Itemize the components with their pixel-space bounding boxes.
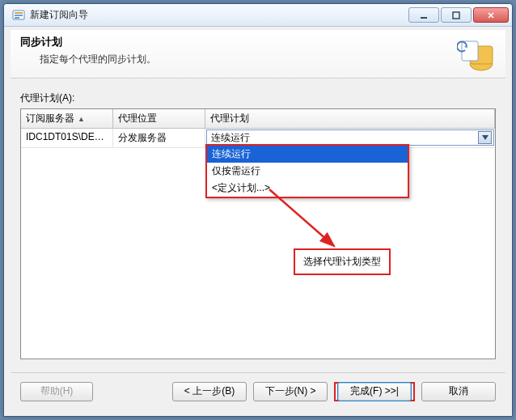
col-agent-location-label: 代理位置 <box>118 112 157 125</box>
wizard-window: 新建订阅向导 同步计划 指定每个代理的同步计划。 代理计划(A): 订阅服务器 <box>3 3 513 417</box>
svg-rect-2 <box>15 15 23 16</box>
svg-rect-1 <box>15 12 23 14</box>
agent-schedule-select[interactable]: 连续运行 <box>206 129 494 146</box>
cell-agent-location: 分发服务器 <box>113 129 205 147</box>
window-title: 新建订阅向导 <box>30 8 408 22</box>
col-agent-schedule[interactable]: 代理计划 <box>205 109 495 128</box>
svg-rect-5 <box>453 12 459 19</box>
annotation-text: 选择代理计划类型 <box>303 256 381 267</box>
wizard-footer: 帮助(H) < 上一步(B) 下一步(N) > 完成(F) >>| 取消 <box>11 372 505 409</box>
agent-schedule-value: 连续运行 <box>211 131 478 145</box>
body: 代理计划(A): 订阅服务器 ▲ 代理位置 代理计划 IDC1DT01S\DEV <box>11 78 505 359</box>
cell-subscriber: IDC1DT01S\DEV... <box>21 129 113 147</box>
wizard-header: 同步计划 指定每个代理的同步计划。 <box>11 30 505 78</box>
sort-indicator-icon: ▲ <box>78 115 85 123</box>
svg-rect-4 <box>421 17 427 19</box>
agent-schedule-grid: 订阅服务器 ▲ 代理位置 代理计划 IDC1DT01S\DEV... 分发服务器… <box>20 108 496 359</box>
next-button[interactable]: 下一步(N) > <box>253 382 328 401</box>
agent-schedule-dropdown[interactable]: 连续运行 仅按需运行 <定义计划...> <box>205 144 409 198</box>
dropdown-button[interactable] <box>478 131 492 144</box>
col-subscriber[interactable]: 订阅服务器 ▲ <box>21 109 113 128</box>
titlebar[interactable]: 新建订阅向导 <box>4 4 512 27</box>
chevron-down-icon <box>482 135 489 140</box>
finish-button-highlight: 完成(F) >>| <box>334 382 415 401</box>
col-subscriber-label: 订阅服务器 <box>26 112 74 125</box>
option-on-demand[interactable]: 仅按需运行 <box>207 163 408 180</box>
svg-rect-3 <box>15 17 19 19</box>
app-icon <box>12 9 25 22</box>
close-button[interactable] <box>473 7 509 23</box>
page-title: 同步计划 <box>20 35 156 49</box>
window-buttons <box>408 7 509 23</box>
option-define-schedule[interactable]: <定义计划...> <box>207 180 408 197</box>
client-area: 同步计划 指定每个代理的同步计划。 代理计划(A): 订阅服务器 ▲ 代理位置 <box>11 30 505 409</box>
help-button[interactable]: 帮助(H) <box>20 382 93 401</box>
annotation-callout: 选择代理计划类型 <box>294 248 391 275</box>
back-button[interactable]: < 上一步(B) <box>172 382 247 401</box>
cancel-button[interactable]: 取消 <box>421 382 496 401</box>
maximize-button[interactable] <box>441 7 472 23</box>
minimize-button[interactable] <box>408 7 439 23</box>
col-agent-location[interactable]: 代理位置 <box>113 109 205 128</box>
option-continuous[interactable]: 连续运行 <box>207 146 408 163</box>
finish-button[interactable]: 完成(F) >>| <box>337 382 412 401</box>
col-agent-schedule-label: 代理计划 <box>210 112 249 125</box>
grid-header: 订阅服务器 ▲ 代理位置 代理计划 <box>21 109 495 129</box>
sync-icon <box>457 35 496 74</box>
grid-label: 代理计划(A): <box>20 91 496 105</box>
page-subtitle: 指定每个代理的同步计划。 <box>40 53 156 66</box>
